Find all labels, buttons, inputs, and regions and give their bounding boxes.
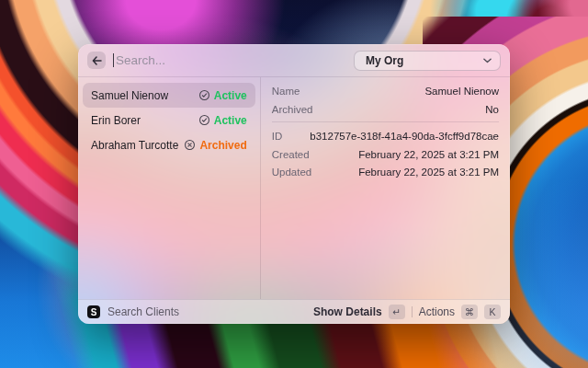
details-divider <box>272 121 499 122</box>
detail-row: Updated February 22, 2025 at 3:21 PM <box>272 167 499 178</box>
command-key-icon: ⌘ <box>461 305 478 319</box>
status-label: Archived <box>199 139 246 152</box>
back-button[interactable] <box>87 52 106 69</box>
detail-row: Name Samuel Nienow <box>272 86 499 97</box>
client-list: Samuel Nienow Active Erin Borer Active <box>78 77 261 299</box>
status-badge: Active <box>198 114 247 127</box>
x-circle-icon <box>184 139 196 151</box>
detail-value: February 22, 2025 at 3:21 PM <box>358 149 499 160</box>
footer-bar: S Search Clients Show Details ↵ Actions … <box>78 299 510 324</box>
detail-row: Created February 22, 2025 at 3:21 PM <box>272 149 499 160</box>
detail-value: February 22, 2025 at 3:21 PM <box>358 167 499 178</box>
app-logo-icon: S <box>87 305 100 318</box>
detail-label: ID <box>272 131 283 142</box>
status-label: Active <box>214 114 247 127</box>
footer-actions: Show Details ↵ Actions ⌘ K <box>313 305 501 319</box>
org-dropdown[interactable]: My Org <box>354 51 501 71</box>
search-placeholder: Search... <box>116 53 165 67</box>
client-name: Abraham Turcotte <box>91 139 178 152</box>
launcher-window: Search... My Org Samuel Nienow Active Er… <box>78 44 510 324</box>
text-caret <box>113 53 114 67</box>
check-circle-icon <box>198 89 210 101</box>
detail-label: Created <box>272 149 310 160</box>
command-name: Search Clients <box>107 305 306 318</box>
show-details-button[interactable]: Show Details <box>313 305 382 318</box>
detail-label: Updated <box>272 167 311 178</box>
detail-value: Samuel Nienow <box>424 86 499 97</box>
content-area: Samuel Nienow Active Erin Borer Active <box>78 77 510 299</box>
check-circle-icon <box>198 114 210 126</box>
back-arrow-icon <box>92 56 102 65</box>
list-item[interactable]: Samuel Nienow Active <box>83 83 255 108</box>
search-input[interactable]: Search... <box>113 53 346 67</box>
org-dropdown-value: My Org <box>366 54 483 67</box>
chevron-down-icon <box>483 58 492 63</box>
detail-label: Name <box>272 86 300 97</box>
detail-value: b312757e-318f-41a4-90da-3fcff9d78cae <box>310 131 499 142</box>
status-label: Active <box>214 89 247 102</box>
detail-label: Archived <box>272 104 313 115</box>
footer-divider <box>412 306 413 317</box>
client-details: Name Samuel Nienow Archived No ID b31275… <box>261 77 510 299</box>
client-name: Erin Borer <box>91 114 193 127</box>
k-key-icon: K <box>484 305 501 319</box>
search-header: Search... My Org <box>78 44 510 77</box>
list-item[interactable]: Erin Borer Active <box>83 108 255 132</box>
client-name: Samuel Nienow <box>91 89 193 102</box>
detail-row: Archived No <box>272 104 499 115</box>
detail-value: No <box>485 104 499 115</box>
status-badge: Archived <box>184 139 246 152</box>
status-badge: Active <box>198 89 247 102</box>
actions-button[interactable]: Actions <box>419 305 455 318</box>
return-key-icon: ↵ <box>389 305 405 319</box>
detail-row: ID b312757e-318f-41a4-90da-3fcff9d78cae <box>272 131 499 142</box>
list-item[interactable]: Abraham Turcotte Archived <box>83 132 255 157</box>
